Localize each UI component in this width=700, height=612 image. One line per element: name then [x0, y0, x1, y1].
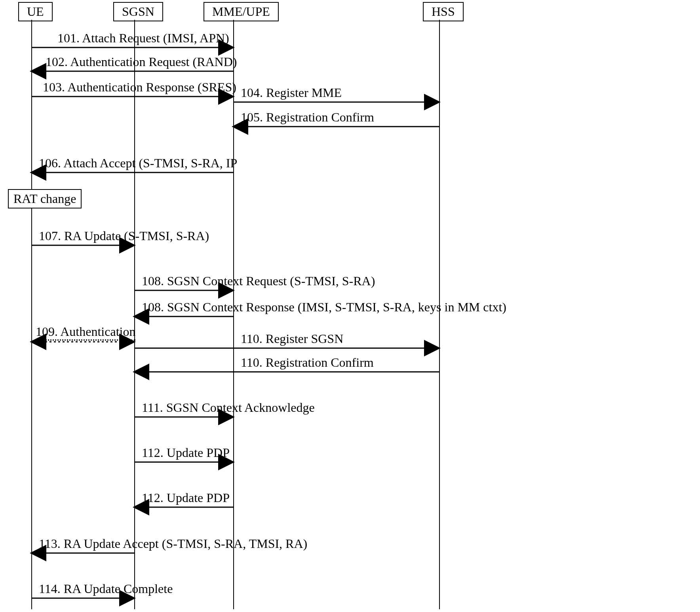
arrow-102: [31, 70, 233, 72]
arrow-114: [31, 597, 134, 599]
lifeline-sgsn: [134, 20, 135, 609]
msg-112a: 112. Update PDP: [142, 445, 230, 460]
msg-105: 105. Registration Confirm: [241, 110, 374, 125]
arrow-104: [233, 101, 439, 103]
msg-101: 101. Attach Request (IMSI, APN): [57, 31, 229, 45]
participant-mme: MME/UPE: [204, 2, 279, 21]
arrow-110a: [134, 347, 439, 349]
msg-109: 109. Authentication: [36, 324, 135, 339]
arrow-108b: [134, 316, 233, 317]
arrow-113: [31, 552, 134, 554]
arrow-103: [31, 96, 233, 97]
lifeline-hss: [439, 20, 440, 609]
msg-114: 114. RA Update Complete: [39, 582, 173, 596]
msg-110b: 110. Registration Confirm: [241, 355, 374, 370]
msg-108a: 108. SGSN Context Request (S-TMSI, S-RA): [142, 274, 375, 288]
arrow-107: [31, 244, 134, 246]
msg-102: 102. Authentication Request (RAND): [46, 55, 237, 69]
arrow-108a: [134, 290, 233, 291]
rat-change-box: RAT change: [8, 189, 82, 208]
msg-107: 107. RA Update (S-TMSI, S-RA): [39, 229, 209, 243]
arrow-101: [31, 47, 233, 48]
msg-106: 106. Attach Accept (S-TMSI, S-RA, IP: [39, 156, 237, 171]
arrow-110b: [134, 371, 439, 373]
lifeline-mme: [233, 20, 234, 609]
arrow-112b: [134, 506, 233, 508]
lifeline-ue: [31, 20, 32, 609]
participant-ue: UE: [18, 2, 53, 21]
msg-108b: 108. SGSN Context Response (IMSI, S-TMSI…: [142, 300, 506, 315]
arrow-111: [134, 416, 233, 418]
msg-111: 111. SGSN Context Acknowledge: [142, 400, 315, 415]
arrow-105: [233, 126, 439, 127]
msg-112b: 112. Update PDP: [142, 491, 230, 505]
msg-113: 113. RA Update Accept (S-TMSI, S-RA, TMS…: [39, 536, 307, 551]
msg-103: 103. Authentication Response (SRES): [43, 80, 236, 95]
participant-sgsn: SGSN: [113, 2, 163, 21]
participant-hss: HSS: [423, 2, 464, 21]
arrow-109: [31, 341, 134, 343]
arrow-112a: [134, 461, 233, 463]
arrow-106: [31, 172, 233, 173]
msg-110a: 110. Register SGSN: [241, 332, 343, 346]
msg-104: 104. Register MME: [241, 85, 342, 100]
